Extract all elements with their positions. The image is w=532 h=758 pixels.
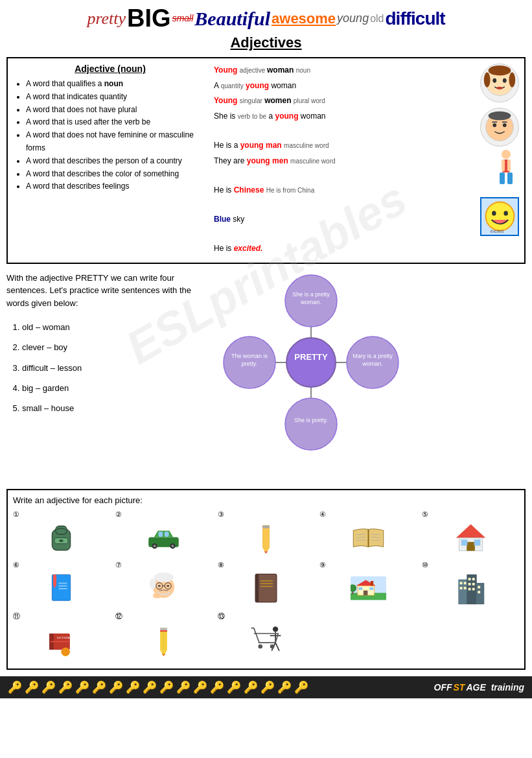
svg-rect-18 bbox=[507, 160, 511, 171]
svg-point-27 bbox=[286, 338, 336, 387]
svg-rect-103 bbox=[459, 587, 462, 589]
pic-item-7: ⑦ bbox=[115, 561, 213, 606]
exercise-list: old – woman clever – boy difficult – les… bbox=[6, 317, 214, 418]
svg-text:Mary is a pretty: Mary is a pretty bbox=[353, 353, 393, 359]
yellow-pencil-icon bbox=[143, 622, 185, 658]
pic-empty-1 bbox=[319, 611, 417, 658]
svg-rect-15 bbox=[500, 172, 505, 184]
definition-left: Adjective (noun) A word that qualifies a… bbox=[13, 64, 207, 257]
svg-text:PRETTY: PRETTY bbox=[294, 352, 328, 362]
svg-point-117 bbox=[62, 648, 70, 656]
pic-item-12: ⑫ bbox=[115, 611, 213, 658]
bubble-diagram-container: PRETTY She is a pretty woman. The woman … bbox=[220, 272, 526, 481]
svg-rect-85 bbox=[260, 580, 273, 582]
bullet-list: A word that qualifies a noun A word that… bbox=[13, 78, 207, 193]
bullet-item: A word that is used after the verb be bbox=[26, 116, 207, 129]
pic-item-4: ④ bbox=[319, 510, 417, 556]
svg-point-13 bbox=[502, 150, 511, 159]
svg-point-50 bbox=[172, 545, 174, 547]
pic-empty-2 bbox=[422, 611, 519, 658]
old-man-icon bbox=[143, 571, 185, 606]
word-awesome: awesome bbox=[272, 11, 336, 27]
svg-rect-69 bbox=[53, 574, 56, 586]
svg-rect-51 bbox=[262, 525, 270, 548]
key-icon-8: 🔑 bbox=[126, 680, 140, 694]
svg-rect-92 bbox=[364, 591, 368, 595]
svg-text:The woman is: The woman is bbox=[231, 353, 268, 359]
brand-stage: ST bbox=[454, 682, 465, 693]
example-row: Young adjective woman noun bbox=[214, 64, 519, 78]
svg-rect-72 bbox=[59, 586, 67, 587]
bullet-item: A word that describes feelings bbox=[26, 180, 207, 193]
key-icon-17: 🔑 bbox=[277, 680, 292, 694]
pic-item-6: ⑥ bbox=[13, 561, 110, 606]
svg-marker-122 bbox=[162, 654, 166, 656]
svg-rect-101 bbox=[459, 582, 462, 585]
example-row: He is a young man masculine word bbox=[214, 139, 519, 153]
bullet-item: A word that describes the color of somet… bbox=[26, 168, 207, 181]
pencil-icon bbox=[245, 520, 287, 556]
svg-rect-111 bbox=[478, 586, 480, 589]
svg-point-5 bbox=[503, 78, 507, 83]
svg-point-48 bbox=[154, 545, 156, 547]
exercise-item: big – garden bbox=[22, 378, 214, 398]
pic-item-3: ③ bbox=[218, 510, 315, 556]
pic-item-2: ② bbox=[115, 510, 213, 556]
key-icon-10: 🔑 bbox=[159, 680, 174, 694]
key-icon-15: 🔑 bbox=[244, 680, 258, 694]
svg-point-126 bbox=[273, 626, 278, 632]
word-old: old bbox=[370, 13, 384, 25]
example-row: She is verb to be a young woman bbox=[214, 110, 519, 124]
backpack-icon bbox=[40, 520, 82, 556]
svg-rect-95 bbox=[371, 581, 373, 586]
svg-rect-86 bbox=[260, 583, 273, 584]
svg-rect-106 bbox=[472, 578, 474, 580]
svg-rect-87 bbox=[260, 586, 273, 587]
svg-text:excited: excited bbox=[490, 230, 503, 234]
svg-point-77 bbox=[158, 585, 161, 587]
practice-intro: With the adjective PRETTY we can write f… bbox=[6, 272, 214, 310]
svg-marker-63 bbox=[456, 525, 485, 538]
word-difficult: difficult bbox=[386, 9, 445, 29]
excited-face-icon: excited bbox=[480, 197, 519, 236]
svg-point-20 bbox=[492, 211, 496, 216]
picture-section-title: Write an adjective for each picture: bbox=[13, 495, 519, 505]
example-row: Young singular women plural word bbox=[214, 94, 519, 108]
word-pretty: pretty bbox=[87, 10, 126, 29]
example-row: He is Chinese He is from China bbox=[214, 184, 519, 198]
house-icon bbox=[450, 520, 492, 556]
country-house-icon bbox=[347, 571, 389, 606]
open-book-icon bbox=[347, 520, 389, 556]
svg-marker-53 bbox=[264, 551, 268, 554]
key-icon-4: 🔑 bbox=[58, 680, 73, 694]
svg-rect-102 bbox=[463, 582, 466, 585]
svg-text:She is a pretty: She is a pretty bbox=[292, 291, 330, 298]
svg-text:woman.: woman. bbox=[300, 299, 321, 305]
key-icon-16: 🔑 bbox=[260, 680, 275, 694]
svg-point-133 bbox=[270, 645, 275, 649]
brand-training: training bbox=[491, 682, 524, 693]
car-icon bbox=[143, 520, 185, 556]
pic-item-10: ⑩ bbox=[422, 561, 519, 606]
svg-rect-45 bbox=[159, 532, 163, 537]
svg-text:pretty.: pretty. bbox=[242, 361, 257, 367]
svg-point-76 bbox=[150, 578, 156, 589]
svg-point-2 bbox=[484, 73, 491, 88]
bullet-item: A word that indicates quantity bbox=[26, 91, 207, 104]
man-face-icon bbox=[480, 108, 519, 147]
footer-keys: 🔑 🔑 🔑 🔑 🔑 🔑 🔑 🔑 🔑 🔑 🔑 🔑 🔑 🔑 🔑 🔑 🔑 🔑 bbox=[8, 680, 308, 694]
svg-rect-43 bbox=[60, 539, 64, 542]
word-big: BIG bbox=[127, 5, 171, 32]
svg-point-75 bbox=[154, 573, 174, 582]
key-icon-5: 🔑 bbox=[75, 680, 89, 694]
pic-item-13: ⑬ bbox=[218, 611, 315, 658]
svg-point-4 bbox=[492, 78, 496, 83]
key-icon-6: 🔑 bbox=[92, 680, 106, 694]
woman-face-icon bbox=[480, 64, 519, 102]
practice-section: With the adjective PRETTY we can write f… bbox=[6, 272, 526, 481]
dictionary-icon: DICTIONARY bbox=[40, 622, 82, 658]
exercise-item: old – woman bbox=[22, 317, 214, 337]
brand-age: AGE bbox=[466, 682, 485, 693]
key-icon-11: 🔑 bbox=[176, 680, 191, 694]
svg-rect-131 bbox=[258, 643, 275, 643]
